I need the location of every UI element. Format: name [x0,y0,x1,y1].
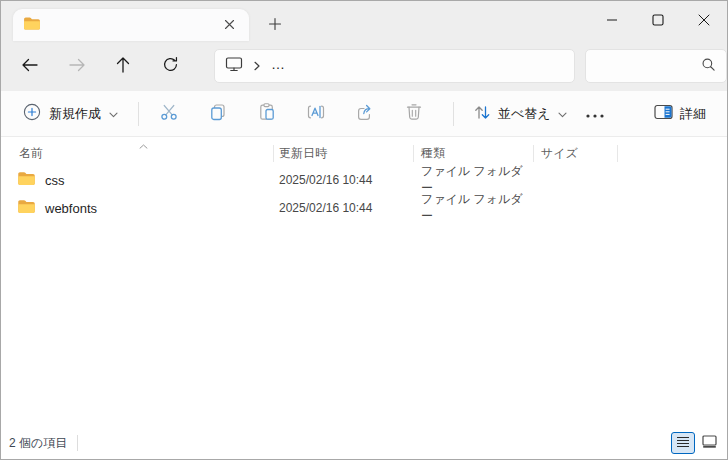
chevron-right-icon[interactable] [253,57,261,75]
minimize-icon [606,14,618,29]
file-list: 名前 更新日時 種類 サイズ [1,137,727,427]
file-name-cell: webfonts [1,199,273,217]
new-tab-button[interactable] [261,11,289,39]
explorer-tab[interactable] [13,9,249,41]
new-icon [23,103,41,124]
chevron-down-icon [109,106,118,121]
share-icon [355,102,375,125]
new-button[interactable]: 新規作成 [13,96,128,132]
folder-icon [17,171,36,189]
share-button[interactable] [345,96,385,132]
arrow-right-icon [68,57,86,76]
tab-close-button[interactable] [217,13,241,37]
rename-button[interactable] [296,96,336,132]
refresh-button[interactable] [153,49,187,83]
new-button-label: 新規作成 [49,105,101,123]
arrow-up-icon [115,56,131,77]
details-pane-button[interactable]: 詳細 [645,96,715,132]
refresh-icon [162,56,179,76]
toolbar-divider [453,102,454,126]
chevron-down-icon [558,106,567,121]
sort-button-label: 並べ替え [498,105,551,123]
close-window-button[interactable] [681,1,727,41]
file-name-cell: css [1,171,273,189]
details-pane-label: 詳細 [680,105,706,123]
status-bar: 2 個の項目 [1,427,727,459]
arrow-left-icon [21,57,39,76]
paste-icon [257,102,277,125]
file-date: 2025/02/16 10:44 [273,173,413,187]
command-toolbar: 新規作成 [1,91,727,137]
sort-button[interactable]: 並べ替え [464,96,576,132]
copy-icon [208,102,228,125]
folder-icon [17,199,36,217]
column-header-size[interactable]: サイズ [533,141,617,166]
column-header-name[interactable]: 名前 [1,141,273,166]
column-header-type[interactable]: 種類 [413,141,533,166]
column-header-end-divider [617,141,618,166]
maximize-icon [652,14,664,29]
plus-icon [268,17,282,34]
column-header-date[interactable]: 更新日時 [273,141,413,166]
close-icon [224,18,235,33]
back-button[interactable] [13,49,47,83]
delete-button[interactable] [394,96,434,132]
folder-icon [23,16,41,35]
sort-ascending-icon [139,138,148,152]
up-button[interactable] [106,49,140,83]
search-input[interactable] [585,49,727,83]
see-more-icon [586,106,604,121]
column-header-size-label: サイズ [541,145,578,162]
details-view-icon [676,436,690,451]
file-name: webfonts [45,201,97,216]
details-view-button[interactable] [671,432,695,454]
maximize-button[interactable] [635,1,681,41]
navigation-bar: … [1,41,727,91]
cut-button[interactable] [149,96,189,132]
column-header-date-label: 更新日時 [279,145,327,162]
tab-bar [1,1,727,41]
search-icon [701,57,716,76]
file-explorer-window: … 新規作成 [0,0,728,460]
delete-icon [404,102,424,125]
monitor-icon [225,56,243,76]
breadcrumb-ellipsis[interactable]: … [271,56,286,77]
rename-icon [306,102,326,125]
file-name: css [45,173,65,188]
see-more-button[interactable] [576,96,614,132]
minimize-button[interactable] [589,1,635,41]
column-header-row: 名前 更新日時 種類 サイズ [1,141,727,166]
file-type: ファイル フォルダー [413,191,533,225]
close-icon [698,14,710,29]
column-header-name-label: 名前 [19,145,43,162]
paste-button[interactable] [247,96,287,132]
item-count-label: 2 個の項目 [9,435,67,452]
file-row-webfonts[interactable]: webfonts 2025/02/16 10:44 ファイル フォルダー [1,194,727,222]
window-controls [589,1,727,41]
large-icons-view-button[interactable] [697,432,721,454]
file-date: 2025/02/16 10:44 [273,201,413,215]
forward-button[interactable] [60,49,94,83]
large-icons-view-icon [702,435,717,451]
details-pane-icon [654,104,673,123]
address-bar[interactable]: … [214,49,575,83]
cut-icon [159,102,179,125]
copy-button[interactable] [198,96,238,132]
column-header-type-label: 種類 [421,145,445,162]
toolbar-divider [138,102,139,126]
file-row-css[interactable]: css 2025/02/16 10:44 ファイル フォルダー [1,166,727,194]
sort-icon [473,104,491,124]
status-divider [77,435,78,451]
